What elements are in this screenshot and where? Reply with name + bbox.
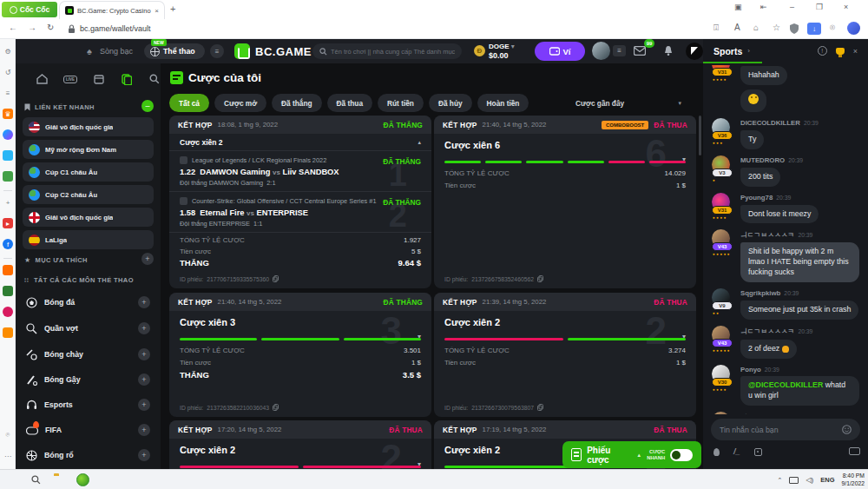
- language-indicator[interactable]: ENG: [820, 476, 834, 484]
- crown-rewards-icon[interactable]: ♛: [3, 109, 13, 119]
- live-events-icon[interactable]: LIVE: [61, 72, 80, 86]
- quick-link-item[interactable]: Giải vô địch quốc gia: [23, 117, 154, 136]
- browser-tab[interactable]: BC.Game: Crypto Casino Gan ×: [59, 1, 165, 19]
- quick-link-item[interactable]: LaLiga: [23, 230, 154, 249]
- ticket-id[interactable]: ID phiếu:2137263582210036043: [180, 404, 279, 411]
- gamepad-icon[interactable]: [3, 171, 13, 182]
- username[interactable]: Ponyo20:39: [740, 366, 859, 373]
- dice-icon[interactable]: [754, 448, 762, 456]
- slash-command-icon[interactable]: /_: [733, 447, 740, 456]
- coccoc-brand-button[interactable]: Cốc Cốc: [2, 2, 57, 17]
- sport-item-basketball[interactable]: Bóng rổ +: [23, 446, 154, 465]
- shield-icon[interactable]: [790, 23, 799, 34]
- facebook-icon[interactable]: f: [3, 239, 13, 249]
- betslip-button[interactable]: Phiếu cược ▲ CƯỢCNHANH: [562, 441, 701, 468]
- username[interactable]: Pyoung7820:39: [740, 194, 859, 202]
- quick-link-item[interactable]: Cúp C2 châu Âu: [23, 185, 154, 204]
- expand-icon[interactable]: +: [138, 449, 150, 461]
- tab-close-icon[interactable]: ×: [155, 7, 159, 15]
- my-bets-icon[interactable]: [120, 72, 134, 86]
- copy-icon[interactable]: [537, 404, 543, 411]
- bet-card[interactable]: KẾT HỢP 17:20, 14 thg 5, 2022 ĐÃ THUA Cư…: [169, 420, 431, 469]
- youtube-icon[interactable]: ▸: [3, 218, 13, 228]
- shopee-icon[interactable]: [3, 265, 13, 275]
- copy-icon[interactable]: [273, 404, 279, 411]
- cart-app-icon[interactable]: [3, 327, 13, 338]
- sport-item-tennis[interactable]: Quần vợt +: [23, 319, 154, 338]
- quick-link-item[interactable]: Cúp C1 châu Âu: [23, 162, 154, 182]
- currency-selector[interactable]: DOGE ▾: [489, 43, 515, 50]
- forward-icon[interactable]: →: [28, 23, 36, 32]
- sport-item-cricket[interactable]: Bóng Gậy +: [23, 370, 154, 389]
- quick-link-item[interactable]: Giải vô địch quốc gia: [23, 208, 154, 227]
- rain-tip-icon[interactable]: [713, 448, 720, 456]
- sport-item-football[interactable]: Bóng đá +: [23, 293, 154, 312]
- chat-close-icon[interactable]: ×: [853, 47, 858, 56]
- sort-dropdown[interactable]: Cược gần đây ▾: [569, 95, 688, 112]
- zalo-chat-icon[interactable]: [3, 150, 13, 161]
- trophy-icon[interactable]: [836, 48, 845, 55]
- bookmark-star-icon[interactable]: ☆: [773, 23, 780, 32]
- settings-gear-icon[interactable]: ⚙: [3, 46, 13, 56]
- promo-flag-icon[interactable]: [686, 43, 703, 60]
- ticket-id[interactable]: ID phiếu:2137266758352460562: [444, 275, 543, 282]
- reload-icon[interactable]: ↻: [47, 23, 54, 32]
- taskbar-search-icon[interactable]: [31, 475, 41, 485]
- ticket-id[interactable]: ID phiếu:2177067159335575360: [180, 275, 279, 282]
- parlay-toggle[interactable]: Cược xiên 2 ▴: [169, 134, 431, 151]
- sidebar-search-icon[interactable]: [148, 72, 161, 86]
- clock[interactable]: 8:40 PM9/1/2022: [842, 472, 865, 487]
- promo-app-icon[interactable]: [3, 286, 13, 296]
- translate-icon[interactable]: A: [734, 23, 740, 32]
- filter-cashout[interactable]: Rút tiền: [378, 94, 424, 112]
- gif-keyboard-icon[interactable]: [849, 447, 860, 455]
- main-scrollbar[interactable]: [699, 116, 701, 155]
- add-favorite-button[interactable]: +: [141, 253, 154, 265]
- expand-icon[interactable]: +: [138, 373, 150, 386]
- filter-lost[interactable]: Đã thua: [327, 94, 372, 112]
- filter-refund[interactable]: Hoàn tiền: [477, 94, 529, 112]
- user-mention[interactable]: @DICECOLDKILLER: [748, 380, 823, 389]
- share-icon[interactable]: ⌂: [753, 23, 759, 32]
- home-icon[interactable]: [35, 72, 49, 86]
- collapse-nav-button[interactable]: ≡: [210, 44, 224, 58]
- sport-item-esports[interactable]: Esports +: [23, 395, 154, 414]
- filter-all[interactable]: Tất cả: [169, 94, 209, 112]
- sport-item-fifa[interactable]: FIFA +: [23, 420, 154, 439]
- rail-more-icon[interactable]: ⋯: [3, 451, 13, 461]
- expand-icon[interactable]: +: [138, 322, 150, 334]
- network-icon[interactable]: [789, 477, 799, 484]
- username[interactable]: MUTEDRORO20:39: [740, 156, 859, 164]
- user-avatar[interactable]: [592, 42, 610, 60]
- mail-icon[interactable]: [634, 46, 646, 56]
- user-menu-icon[interactable]: ≡: [613, 45, 626, 56]
- notification-bell-icon[interactable]: ⌾: [830, 23, 835, 33]
- restore-button[interactable]: ❐: [816, 3, 823, 11]
- chat-rules-icon[interactable]: !: [818, 46, 827, 56]
- bet-card[interactable]: KẾT HỢP 21:40, 14 thg 5, 2022 ĐÃ THẮNG C…: [169, 293, 431, 417]
- flower-app-icon[interactable]: [3, 307, 13, 317]
- coccoc-taskbar-icon[interactable]: [76, 473, 89, 486]
- reading-mode-icon[interactable]: ▣: [734, 3, 742, 11]
- copy-icon[interactable]: [273, 275, 279, 282]
- bcgame-logo-text[interactable]: BC.GAME: [255, 45, 312, 58]
- back-icon[interactable]: ←: [9, 23, 17, 32]
- wallet-button[interactable]: Ví: [535, 42, 585, 61]
- bet-card[interactable]: KẾT HỢP 18:08, 1 thg 9, 2022 ĐÃ THẮNG Cư…: [169, 116, 431, 288]
- emoji-icon[interactable]: [842, 425, 852, 434]
- filter-open[interactable]: Cược mở: [214, 94, 266, 112]
- url-text[interactable]: bc.game/wallet/vault: [80, 24, 151, 33]
- expand-icon[interactable]: +: [138, 348, 150, 360]
- username[interactable]: DICECOLDKILLER20:39: [740, 119, 859, 127]
- username[interactable]: ㅢㄷㄱㅂㅅㅅㅅㅋ20:39: [740, 327, 859, 336]
- expand-icon[interactable]: +: [138, 424, 150, 436]
- close-button[interactable]: ×: [844, 3, 848, 11]
- minimize-button[interactable]: –: [790, 3, 794, 11]
- chevron-right-icon[interactable]: ›: [747, 47, 750, 55]
- filter-cancelled[interactable]: Đã hủy: [429, 94, 472, 112]
- calendar-icon[interactable]: [92, 72, 106, 86]
- pin-icon[interactable]: ⇤: [760, 3, 767, 11]
- speaker-icon[interactable]: ◁): [806, 476, 813, 484]
- bcgame-logo-icon[interactable]: [234, 43, 250, 59]
- news-feed-icon[interactable]: ≡: [3, 88, 13, 98]
